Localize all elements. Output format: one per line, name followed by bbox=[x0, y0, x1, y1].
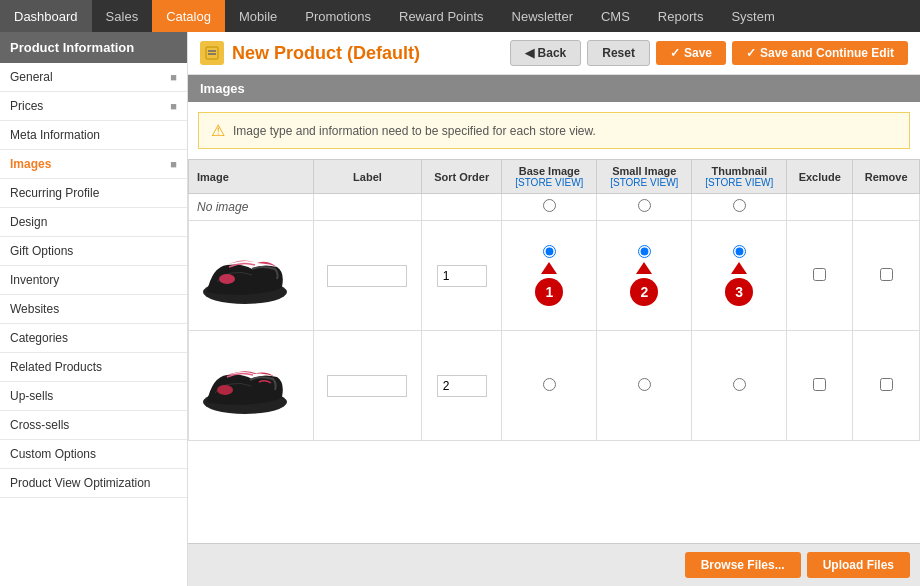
sidebar-item-related-products[interactable]: Related Products bbox=[0, 353, 187, 382]
nav-item-reward-points[interactable]: Reward Points bbox=[385, 0, 498, 32]
table-row-1: 1 2 bbox=[189, 221, 920, 331]
td-row1-thumbnail: 3 bbox=[692, 221, 787, 331]
badge-2: 2 bbox=[630, 278, 658, 306]
checkbox-row2-exclude[interactable] bbox=[813, 378, 826, 391]
th-small-image: Small Image [STORE VIEW] bbox=[597, 160, 692, 194]
sidebar-item-recurring-profile[interactable]: Recurring Profile bbox=[0, 179, 187, 208]
top-navigation: Dashboard Sales Catalog Mobile Promotion… bbox=[0, 0, 920, 32]
td-no-image-remove bbox=[853, 194, 920, 221]
radio-thumbnail-1[interactable] bbox=[733, 245, 746, 258]
sidebar-item-websites[interactable]: Websites bbox=[0, 295, 187, 324]
input-row2-sort[interactable] bbox=[437, 375, 487, 397]
sidebar-label-websites: Websites bbox=[10, 302, 59, 316]
section-header-images: Images bbox=[188, 75, 920, 102]
badge-3: 3 bbox=[725, 278, 753, 306]
td-row1-exclude bbox=[787, 221, 853, 331]
svg-point-6 bbox=[217, 385, 233, 395]
back-button[interactable]: ◀ Back bbox=[510, 40, 582, 66]
sidebar-label-images: Images bbox=[10, 157, 51, 171]
nav-item-reports[interactable]: Reports bbox=[644, 0, 718, 32]
sidebar-item-categories[interactable]: Categories bbox=[0, 324, 187, 353]
td-row1-small: 2 bbox=[597, 221, 692, 331]
td-row1-label bbox=[313, 221, 421, 331]
page-header: New Product (Default) ◀ Back Reset ✓ Sav… bbox=[188, 32, 920, 75]
td-no-image-exclude bbox=[787, 194, 853, 221]
annotated-radio-small: 2 bbox=[605, 245, 683, 306]
sidebar-label-recurring-profile: Recurring Profile bbox=[10, 186, 99, 200]
radio-thumbnail-2[interactable] bbox=[733, 378, 746, 391]
td-row2-thumbnail bbox=[692, 331, 787, 441]
sidebar-item-design[interactable]: Design bbox=[0, 208, 187, 237]
sidebar-item-cross-sells[interactable]: Cross-sells bbox=[0, 411, 187, 440]
shoe-image-1 bbox=[197, 237, 292, 312]
sidebar-item-meta-information[interactable]: Meta Information bbox=[0, 121, 187, 150]
back-arrow-icon: ◀ bbox=[525, 46, 534, 60]
td-no-image-label-field bbox=[313, 194, 421, 221]
sidebar-item-gift-options[interactable]: Gift Options bbox=[0, 237, 187, 266]
images-area: Images ⚠ Image type and information need… bbox=[188, 75, 920, 543]
input-row2-label[interactable] bbox=[327, 375, 407, 397]
table-header-row: Image Label Sort Order Base Image [STORE… bbox=[189, 160, 920, 194]
td-no-image-thumbnail bbox=[692, 194, 787, 221]
collapse-icon-prices: ■ bbox=[170, 100, 177, 112]
images-table: Image Label Sort Order Base Image [STORE… bbox=[188, 159, 920, 441]
radio-base-image-2[interactable] bbox=[543, 378, 556, 391]
table-row-2 bbox=[189, 331, 920, 441]
th-base-image-store-view: [STORE VIEW] bbox=[510, 177, 588, 188]
svg-rect-0 bbox=[206, 47, 218, 59]
sidebar-item-up-sells[interactable]: Up-sells bbox=[0, 382, 187, 411]
sidebar-item-product-view-optimization[interactable]: Product View Optimization bbox=[0, 469, 187, 498]
input-row1-label[interactable] bbox=[327, 265, 407, 287]
nav-item-newsletter[interactable]: Newsletter bbox=[498, 0, 587, 32]
sidebar-label-gift-options: Gift Options bbox=[10, 244, 73, 258]
sidebar-item-prices[interactable]: Prices ■ bbox=[0, 92, 187, 121]
sidebar-item-general[interactable]: General ■ bbox=[0, 63, 187, 92]
input-row1-sort[interactable] bbox=[437, 265, 487, 287]
nav-item-cms[interactable]: CMS bbox=[587, 0, 644, 32]
nav-item-promotions[interactable]: Promotions bbox=[291, 0, 385, 32]
warning-icon: ⚠ bbox=[211, 121, 225, 140]
nav-item-sales[interactable]: Sales bbox=[92, 0, 153, 32]
nav-item-dashboard[interactable]: Dashboard bbox=[0, 0, 92, 32]
warning-box: ⚠ Image type and information need to be … bbox=[198, 112, 910, 149]
radio-base-image-1[interactable] bbox=[543, 245, 556, 258]
checkbox-row1-remove[interactable] bbox=[880, 268, 893, 281]
radio-small-image-1[interactable] bbox=[638, 245, 651, 258]
th-exclude: Exclude bbox=[787, 160, 853, 194]
nav-item-catalog[interactable]: Catalog bbox=[152, 0, 225, 32]
td-row1-remove bbox=[853, 221, 920, 331]
sidebar-item-custom-options[interactable]: Custom Options bbox=[0, 440, 187, 469]
save-continue-button[interactable]: ✓ Save and Continue Edit bbox=[732, 41, 908, 65]
td-no-image-label: No image bbox=[189, 194, 314, 221]
reset-button[interactable]: Reset bbox=[587, 40, 650, 66]
sidebar-item-images[interactable]: Images ■ bbox=[0, 150, 187, 179]
checkbox-row1-exclude[interactable] bbox=[813, 268, 826, 281]
sidebar-label-design: Design bbox=[10, 215, 47, 229]
th-thumbnail: Thumbnail [STORE VIEW] bbox=[692, 160, 787, 194]
nav-item-mobile[interactable]: Mobile bbox=[225, 0, 291, 32]
radio-thumbnail-none[interactable] bbox=[733, 199, 746, 212]
arrow-up-small bbox=[636, 262, 652, 274]
td-row2-sort bbox=[422, 331, 502, 441]
collapse-icon-images: ■ bbox=[170, 158, 177, 170]
radio-small-image-none[interactable] bbox=[638, 199, 651, 212]
td-row2-base bbox=[502, 331, 597, 441]
td-row2-label bbox=[313, 331, 421, 441]
td-row2-small bbox=[597, 331, 692, 441]
save-button[interactable]: ✓ Save bbox=[656, 41, 726, 65]
td-row2-remove bbox=[853, 331, 920, 441]
th-sort-order: Sort Order bbox=[422, 160, 502, 194]
radio-small-image-2[interactable] bbox=[638, 378, 651, 391]
upload-files-button[interactable]: Upload Files bbox=[807, 552, 910, 578]
browse-files-button[interactable]: Browse Files... bbox=[685, 552, 801, 578]
nav-item-system[interactable]: System bbox=[717, 0, 788, 32]
radio-base-image-none[interactable] bbox=[543, 199, 556, 212]
bottom-toolbar: Browse Files... Upload Files bbox=[188, 543, 920, 586]
warning-text: Image type and information need to be sp… bbox=[233, 124, 596, 138]
sidebar-item-inventory[interactable]: Inventory bbox=[0, 266, 187, 295]
annotated-radio-base: 1 bbox=[510, 245, 588, 306]
sidebar-title: Product Information bbox=[0, 32, 187, 63]
sidebar-label-product-view-optimization: Product View Optimization bbox=[10, 476, 151, 490]
checkbox-row2-remove[interactable] bbox=[880, 378, 893, 391]
td-no-image-base bbox=[502, 194, 597, 221]
